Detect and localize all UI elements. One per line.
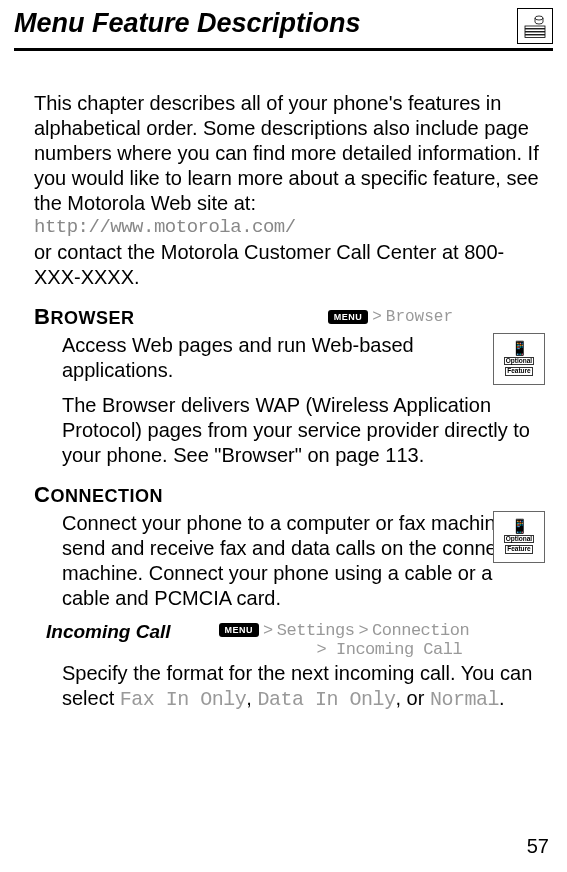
heading-cap: C: [34, 482, 50, 507]
incoming-desc: Specify the format for the next incoming…: [34, 661, 553, 712]
heading-rest: ONNECTION: [50, 486, 163, 506]
optional-feature-icon: 📱 Optional Feature: [493, 511, 545, 563]
heading-cap: B: [34, 304, 50, 329]
intro-paragraph-1: This chapter describes all of your phone…: [14, 91, 553, 216]
page-number: 57: [527, 835, 549, 858]
sep-period: .: [499, 687, 505, 709]
sub-feature-incoming-heading: Incoming Call: [46, 621, 171, 643]
svg-rect-3: [525, 32, 545, 35]
browser-desc-1: Access Web pages and run Web-based appli…: [34, 333, 553, 383]
sep-or: , or: [396, 687, 430, 709]
svg-rect-1: [525, 26, 545, 29]
path-sep: >: [358, 621, 368, 640]
sep-comma: ,: [246, 687, 257, 709]
phonebook-icon: [517, 8, 553, 44]
path-settings: Settings: [277, 621, 355, 640]
svg-rect-2: [525, 29, 545, 32]
path-connection: Connection: [372, 621, 469, 640]
intro-url: http://www.motorola.com/: [14, 216, 553, 240]
connection-desc-1: Connect your phone to a computer or fax …: [34, 511, 553, 611]
svg-point-0: [535, 16, 543, 20]
incoming-opt-fax: Fax In Only: [120, 688, 247, 711]
path-sep: >: [372, 308, 382, 326]
svg-rect-4: [525, 35, 545, 38]
incoming-opt-data: Data In Only: [257, 688, 395, 711]
path-sep: >: [317, 640, 327, 659]
menu-badge-icon: MENU: [219, 623, 260, 637]
feature-browser-heading: BROWSER: [34, 304, 134, 330]
incoming-opt-normal: Normal: [430, 688, 499, 711]
page-title: Menu Feature Descriptions: [14, 8, 361, 39]
heading-rest: ROWSER: [50, 308, 134, 328]
browser-desc-2: The Browser delivers WAP (Wireless Appli…: [34, 393, 553, 468]
feature-connection-heading: CONNECTION: [34, 482, 163, 508]
intro-paragraph-2: or contact the Motorola Customer Call Ce…: [14, 240, 553, 290]
path-browser: Browser: [386, 308, 453, 326]
menu-badge-icon: MENU: [328, 310, 369, 324]
path-incoming-call: Incoming Call: [336, 640, 462, 659]
path-sep: >: [263, 621, 273, 640]
title-divider: [14, 48, 553, 51]
